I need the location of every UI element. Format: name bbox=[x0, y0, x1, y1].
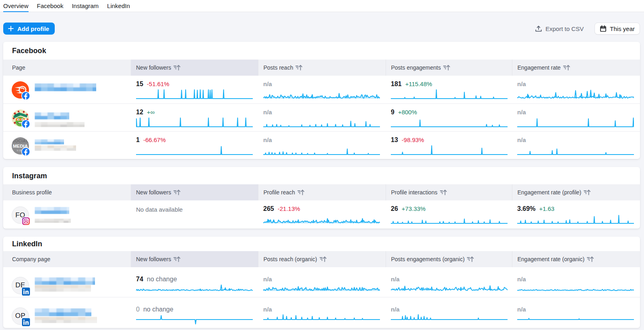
svg-text:SOCIAL: SOCIAL bbox=[12, 139, 29, 143]
